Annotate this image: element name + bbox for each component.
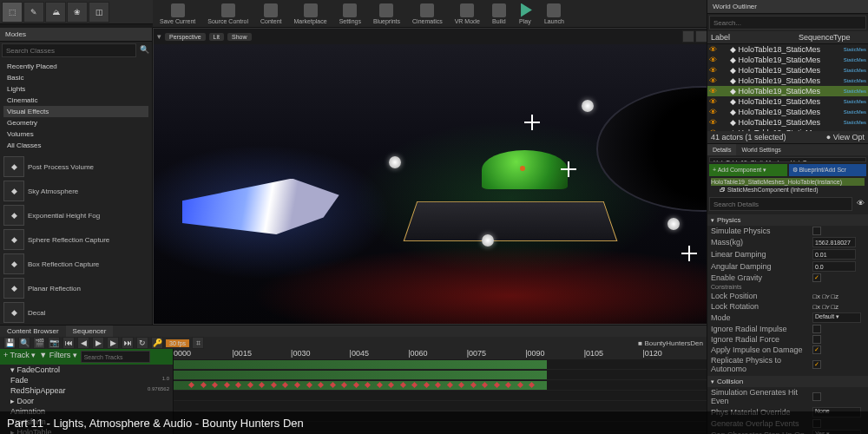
- timeline-row[interactable]: [174, 380, 707, 391]
- category-geometry[interactable]: Geometry: [3, 117, 148, 128]
- asset-sphere-reflection-capture[interactable]: ◆Sphere Reflection Capture: [2, 227, 150, 252]
- checkbox[interactable]: [812, 335, 821, 344]
- mode-place-icon[interactable]: ⬚: [2, 2, 23, 23]
- key-icon[interactable]: 🔑: [151, 337, 163, 349]
- render-icon[interactable]: 🎬: [33, 337, 45, 349]
- cinematics-button[interactable]: Cinematics: [409, 3, 446, 25]
- search-tracks-input[interactable]: [81, 351, 150, 363]
- play-button[interactable]: Play: [515, 3, 536, 25]
- actor-root-row[interactable]: HoloTable19_StaticMeshes_HoloTable(Insta…: [711, 178, 865, 186]
- outliner-row[interactable]: 👁◆ HoloTable19_StaticMesStaticMes: [707, 107, 868, 117]
- mode-paint-icon[interactable]: ✎: [23, 2, 44, 23]
- category-basic[interactable]: Basic: [3, 72, 148, 83]
- mode-geometry-icon[interactable]: ◫: [89, 2, 109, 23]
- world-settings-tab[interactable]: World Settings: [736, 144, 786, 155]
- checkbox[interactable]: [812, 360, 821, 369]
- asset-exponential-height-fog[interactable]: ◆Exponential Height Fog: [2, 203, 150, 227]
- details-tab[interactable]: Details: [707, 144, 736, 155]
- checkbox[interactable]: [812, 273, 821, 282]
- outliner-row[interactable]: 👁◆ HoloTable19_StaticMesStaticMes: [707, 117, 868, 128]
- add-track-button[interactable]: + Track ▾: [3, 351, 36, 363]
- category-volumes[interactable]: Volumes: [3, 128, 148, 140]
- prev-icon[interactable]: ⏮: [62, 337, 75, 349]
- marketplace-button[interactable]: Marketplace: [290, 3, 330, 25]
- next-icon[interactable]: ⏭: [122, 337, 134, 349]
- filters-button[interactable]: ▼ Filters ▾: [39, 351, 76, 363]
- lit-button[interactable]: Lit: [209, 33, 224, 41]
- value-input[interactable]: [812, 249, 856, 260]
- build-button[interactable]: Build: [489, 3, 510, 25]
- outliner-row[interactable]: 👁◆ HoloTable19_StaticMesStaticMes: [707, 96, 868, 107]
- outliner-tab[interactable]: World Outliner: [707, 0, 868, 14]
- track-row[interactable]: RedShipAppear0.976562: [0, 385, 173, 396]
- track-row[interactable]: ▸ Door: [0, 396, 173, 406]
- blueprint-button[interactable]: ⚙ Blueprint/Add Scr: [789, 164, 867, 176]
- outliner-row[interactable]: 👁◆ HoloTable19_StaticMesStaticMes: [707, 55, 868, 65]
- perspective-button[interactable]: Perspective: [165, 33, 206, 41]
- search-icon[interactable]: 🔍: [138, 43, 150, 56]
- find-icon[interactable]: 🔍: [18, 337, 30, 349]
- sequencer-tab[interactable]: Sequencer: [66, 326, 114, 337]
- details-search-input[interactable]: [709, 197, 852, 211]
- step-back-icon[interactable]: ◀: [77, 337, 89, 349]
- timeline-row[interactable]: [174, 359, 707, 370]
- vr-mode-button[interactable]: VR Mode: [451, 3, 483, 25]
- timeline-row[interactable]: [174, 391, 707, 401]
- actor-breadcrumb[interactable]: HoloTable19_StaticMeshes_HoloTa: [709, 157, 866, 162]
- view-options-button[interactable]: ● View Opt: [826, 133, 865, 141]
- category-cinematic[interactable]: Cinematic: [3, 95, 148, 106]
- asset-decal[interactable]: ◆Decal: [2, 300, 150, 325]
- blueprints-button[interactable]: Blueprints: [370, 3, 404, 25]
- viewport-tool-icon[interactable]: [682, 30, 694, 43]
- outliner-row[interactable]: 👁◆ HoloTable19_StaticMesStaticMes: [707, 86, 868, 96]
- checkbox[interactable]: [812, 345, 821, 354]
- track-row[interactable]: ▾ FadeControl: [0, 365, 173, 375]
- checkbox[interactable]: [812, 325, 821, 333]
- settings-button[interactable]: Settings: [336, 3, 365, 25]
- outliner-row[interactable]: 👁◆ HoloTable19_StaticMesStaticMes: [707, 76, 868, 86]
- static-mesh-component-row[interactable]: 🗗 StaticMeshComponent (Inherited): [711, 186, 865, 194]
- source-control-button[interactable]: Source Control: [204, 3, 252, 25]
- asset-post-process-volume[interactable]: ◆Post Process Volume: [2, 155, 150, 179]
- viewport-tool-icon[interactable]: [695, 30, 707, 43]
- add-component-button[interactable]: + Add Component ▾: [709, 164, 787, 176]
- content-button[interactable]: Content: [257, 3, 286, 25]
- step-fwd-icon[interactable]: ▶: [107, 337, 119, 349]
- category-all-classes[interactable]: All Classes: [3, 140, 148, 151]
- physics-section[interactable]: Physics: [707, 214, 868, 226]
- outliner-row[interactable]: 👁◆ HoloTable19_StaticMesStaticMes: [707, 65, 868, 76]
- category-lights[interactable]: Lights: [3, 83, 148, 95]
- category-recently-placed[interactable]: Recently Placed: [3, 61, 148, 72]
- value-input[interactable]: [812, 237, 856, 247]
- save-icon[interactable]: 💾: [3, 337, 16, 349]
- save-current-button[interactable]: Save Current: [156, 3, 199, 25]
- category-visual-effects[interactable]: Visual Effects: [3, 106, 148, 117]
- asset-box-reflection-capture[interactable]: ◆Box Reflection Capture: [2, 252, 150, 276]
- checkbox[interactable]: [812, 392, 821, 401]
- timeline-row[interactable]: [174, 370, 707, 380]
- sequence-name[interactable]: ■ BountyHuntersDen: [638, 339, 703, 347]
- fps-display[interactable]: 30 fps: [166, 339, 189, 347]
- launch-button[interactable]: Launch: [541, 3, 568, 25]
- collision-section[interactable]: Collision: [707, 376, 868, 387]
- eye-icon[interactable]: 👁: [854, 197, 866, 209]
- value-input[interactable]: [812, 261, 856, 272]
- show-button[interactable]: Show: [227, 33, 252, 41]
- camera-icon[interactable]: 📷: [48, 337, 60, 349]
- modes-tab[interactable]: Modes: [0, 28, 152, 42]
- checkbox[interactable]: [812, 227, 821, 235]
- asset-sky-atmosphere[interactable]: ◆Sky Atmosphere: [2, 179, 150, 203]
- play-seq-icon[interactable]: ▶: [92, 337, 104, 349]
- track-row[interactable]: Fade1.0: [0, 375, 173, 385]
- timeline-row[interactable]: [174, 401, 707, 411]
- snap-icon[interactable]: ⌗: [192, 337, 204, 349]
- mode-foliage-icon[interactable]: ❀: [67, 2, 88, 23]
- loop-icon[interactable]: ↻: [136, 337, 148, 349]
- outliner-search-input[interactable]: [709, 16, 866, 30]
- content-browser-tab[interactable]: Content Browser: [0, 326, 66, 337]
- search-classes-input[interactable]: [2, 43, 136, 57]
- asset-planar-reflection[interactable]: ◆Planar Reflection: [2, 276, 150, 300]
- dropdown[interactable]: Default ▾: [812, 312, 861, 323]
- mode-landscape-icon[interactable]: ⛰: [45, 2, 66, 23]
- outliner-row[interactable]: 👁◆ HoloTable18_StaticMesStaticMes: [707, 44, 868, 55]
